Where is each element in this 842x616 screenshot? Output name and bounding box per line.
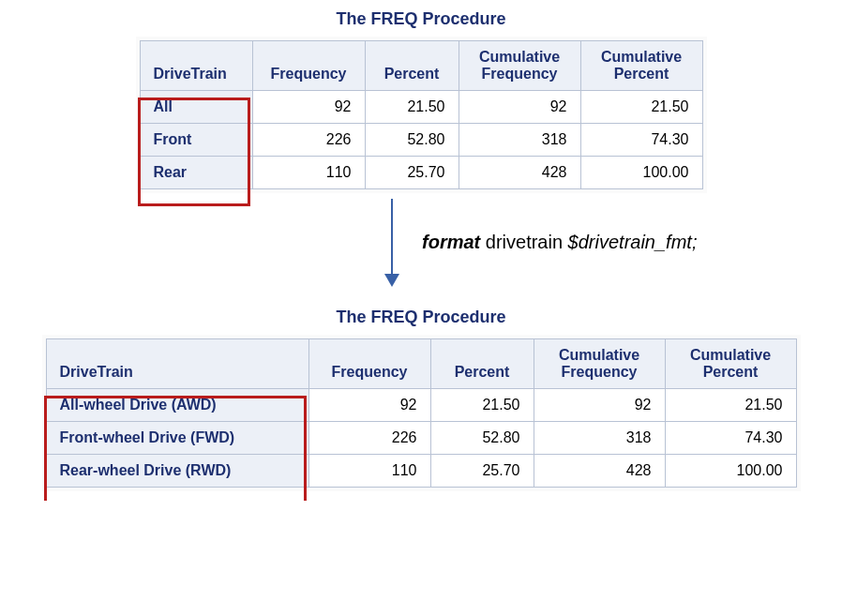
cfreq-cell: 318 (459, 124, 580, 157)
col-cumfreq: CumulativeFrequency (534, 339, 665, 389)
cat-cell: Rear (140, 157, 252, 189)
col-drivetrain: DriveTrain (46, 339, 308, 389)
pct-cell: 21.50 (365, 91, 459, 124)
freq-table-2: DriveTrain Frequency Percent CumulativeF… (46, 338, 797, 488)
format-statement: format drivetrain $drivetrain_fmt; (422, 232, 697, 253)
cfreq-cell: 428 (534, 455, 665, 488)
pct-cell: 25.70 (365, 157, 459, 189)
table-row: Rear-wheel Drive (RWD) 110 25.70 428 100… (46, 455, 796, 488)
col-cumpct: CumulativePercent (665, 339, 796, 389)
cpct-cell: 100.00 (580, 157, 702, 189)
table-row: Front-wheel Drive (FWD) 226 52.80 318 74… (46, 422, 796, 455)
cfreq-cell: 92 (459, 91, 580, 124)
col-cumpct: CumulativePercent (580, 41, 702, 91)
cat-cell: Front (140, 124, 252, 157)
freq-cell: 110 (252, 157, 365, 189)
cat-cell: All (140, 91, 252, 124)
arrow-icon (384, 199, 399, 287)
cat-cell: Front-wheel Drive (FWD) (46, 422, 308, 455)
pct-cell: 52.80 (430, 422, 534, 455)
arrow-section: format drivetrain $drivetrain_fmt; (9, 199, 833, 302)
col-percent: Percent (430, 339, 534, 389)
freq-cell: 92 (308, 389, 430, 422)
cfreq-cell: 318 (534, 422, 665, 455)
cfreq-cell: 428 (459, 157, 580, 189)
pct-cell: 25.70 (430, 455, 534, 488)
cpct-cell: 74.30 (580, 124, 702, 157)
col-percent: Percent (365, 41, 459, 91)
format-varname: drivetrain (480, 232, 567, 252)
col-cumfreq: CumulativeFrequency (459, 41, 580, 91)
table2-container: DriveTrain Frequency Percent CumulativeF… (42, 335, 801, 491)
freq-cell: 226 (252, 124, 365, 157)
pct-cell: 52.80 (365, 124, 459, 157)
cat-cell: All-wheel Drive (AWD) (46, 389, 308, 422)
cpct-cell: 21.50 (665, 389, 796, 422)
cpct-cell: 74.30 (665, 422, 796, 455)
freq-cell: 110 (308, 455, 430, 488)
cfreq-cell: 92 (534, 389, 665, 422)
cpct-cell: 21.50 (580, 91, 702, 124)
col-frequency: Frequency (252, 41, 365, 91)
table1-container: DriveTrain Frequency Percent CumulativeF… (136, 37, 707, 193)
format-name: $drivetrain_fmt; (568, 232, 698, 252)
col-drivetrain: DriveTrain (140, 41, 252, 91)
table-row: Rear 110 25.70 428 100.00 (140, 157, 702, 189)
format-keyword: format (422, 232, 480, 252)
freq-cell: 226 (308, 422, 430, 455)
freq-cell: 92 (252, 91, 365, 124)
pct-cell: 21.50 (430, 389, 534, 422)
cpct-cell: 100.00 (665, 455, 796, 488)
cat-cell: Rear-wheel Drive (RWD) (46, 455, 308, 488)
col-frequency: Frequency (308, 339, 430, 389)
freq-title-1: The FREQ Procedure (9, 9, 833, 29)
table-row: All-wheel Drive (AWD) 92 21.50 92 21.50 (46, 389, 796, 422)
freq-title-2: The FREQ Procedure (9, 308, 833, 327)
table-row: Front 226 52.80 318 74.30 (140, 124, 702, 157)
freq-table-1: DriveTrain Frequency Percent CumulativeF… (140, 40, 703, 189)
table-row: All 92 21.50 92 21.50 (140, 91, 702, 124)
